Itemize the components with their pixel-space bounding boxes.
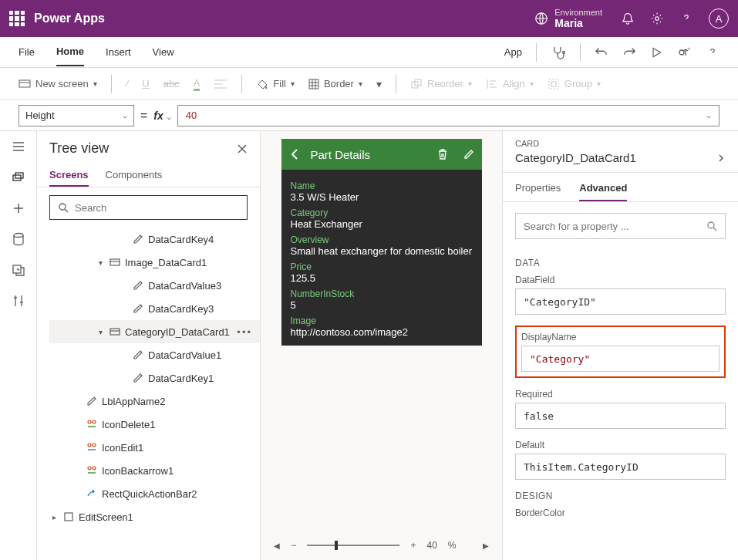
tree-node-IconEdit1[interactable]: IconEdit1 [49,436,260,459]
svg-point-23 [93,467,96,470]
phone-preview: Part Details Name3.5 W/S HeaterCategoryH… [281,139,482,346]
node-icon [133,234,143,245]
search-input[interactable] [75,202,239,214]
insert-icon[interactable] [11,201,26,216]
stethoscope-icon[interactable] [551,45,566,60]
chevron-down-icon[interactable]: ▾ [376,78,382,90]
node-label: DataCardValue3 [148,280,221,292]
menu-insert[interactable]: Insert [106,39,131,66]
card-label: CARD [515,139,726,148]
border-label: Border [324,78,354,89]
tab-components[interactable]: Components [106,164,163,187]
advanced-tools-icon[interactable] [11,293,26,309]
field-value: 5 [291,299,473,311]
app-header: Power Apps Environment Maria A [0,0,738,37]
chevron-right-icon[interactable] [716,153,726,163]
tree-node-Image_DataCard1[interactable]: ▾Image_DataCard1 [49,251,260,274]
datafield-input[interactable]: "CategoryID" [515,288,726,315]
data-icon[interactable] [11,231,26,247]
property-selector[interactable]: Height ⌵ [19,105,134,127]
scroll-left-icon[interactable]: ◀ [274,541,280,550]
formula-value: 40 [186,110,197,121]
tree-node-EditScreen1[interactable]: ▸EditScreen1 [49,505,260,528]
edit-icon[interactable] [463,149,474,160]
zoom-in-button[interactable]: + [410,540,416,551]
share-icon[interactable]: + [676,45,692,60]
node-label: DataCardKey1 [148,373,214,384]
menu-home[interactable]: Home [56,38,84,66]
zoom-slider[interactable] [307,545,399,546]
caret-icon: ▸ [49,513,59,521]
default-input[interactable]: ThisItem.CategoryID [515,454,726,480]
tree-node-IconBackarrow1[interactable]: IconBackarrow1 [49,459,260,482]
avatar[interactable]: A [709,8,729,29]
more-icon[interactable]: ••• [237,326,252,338]
svg-rect-6 [309,79,318,89]
menu-app[interactable]: App [504,39,522,66]
redo-icon[interactable] [622,46,636,59]
bordercolor-label: BorderColor [515,508,726,518]
border-button[interactable]: Border ▾ [308,78,362,89]
menu-view[interactable]: View [153,39,174,66]
tree-node-LblAppName2[interactable]: LblAppName2 [49,390,260,413]
fill-button[interactable]: Fill ▾ [256,78,295,90]
tree-node-IconDelete1[interactable]: IconDelete1 [49,413,260,436]
zoom-out-button[interactable]: − [291,540,296,551]
tree-node-DataCardValue3[interactable]: DataCardValue3 [49,274,260,297]
canvas-area: Part Details Name3.5 W/S HeaterCategoryH… [261,131,502,560]
fx-label[interactable]: fx ⌵ [153,110,170,122]
displayname-input[interactable]: "Category" [521,346,719,372]
section-design: DESIGN [515,491,726,501]
underline-button: U [142,78,149,89]
brand-title: Power Apps [34,12,534,25]
node-icon [86,419,97,430]
tree-node-DataCardKey3[interactable]: DataCardKey3 [49,297,260,320]
property-search-input[interactable] [524,221,706,232]
menu-file[interactable]: File [19,39,35,66]
play-icon[interactable] [650,46,662,59]
tree-node-DataCardKey1[interactable]: DataCardKey1 [49,366,260,390]
tree-node-DataCardValue1[interactable]: DataCardValue1 [49,343,260,366]
close-icon[interactable] [237,143,248,154]
svg-point-20 [88,444,91,447]
tree-search[interactable] [49,195,248,220]
property-search[interactable] [515,213,726,239]
field-label: NumberInStock [291,288,473,299]
tab-properties[interactable]: Properties [515,179,561,201]
svg-rect-5 [19,80,30,87]
svg-rect-24 [65,513,72,521]
node-label: IconEdit1 [102,442,143,454]
tree-node-CategoryID_DataCard1[interactable]: ▾CategoryID_DataCard1••• [49,320,260,343]
property-name: Height [25,110,55,121]
help-icon[interactable] [706,46,719,59]
media-icon[interactable] [11,262,26,278]
node-icon [63,511,74,522]
required-input[interactable]: false [515,403,726,429]
chevron-down-icon: ▾ [93,79,97,88]
waffle-icon[interactable] [9,11,25,26]
group-label: Group [564,78,592,89]
scroll-right-icon[interactable]: ▶ [483,541,489,550]
delete-icon[interactable] [437,148,448,160]
tab-advanced[interactable]: Advanced [579,179,627,201]
node-icon [110,326,120,337]
tree-node-DataCardKey4[interactable]: DataCardKey4 [49,228,260,251]
tab-screens[interactable]: Screens [49,164,89,187]
tree-node-RectQuickActionBar2[interactable]: RectQuickActionBar2 [49,482,260,505]
gear-icon[interactable] [650,12,664,25]
field-label: Image [291,315,473,326]
node-icon [86,442,97,453]
hamburger-icon[interactable] [11,139,26,154]
svg-rect-14 [13,265,21,273]
formula-input[interactable]: 40 ⌵ [177,105,719,127]
environment-picker[interactable]: Environment Maria [534,8,602,29]
undo-icon[interactable] [595,46,608,59]
node-icon [133,349,143,360]
bell-icon[interactable] [621,12,635,25]
new-screen-button[interactable]: New screen ▾ [19,78,97,89]
tree-view-icon[interactable] [11,170,26,185]
align-button: Align ▾ [486,78,534,90]
left-rail [0,131,37,560]
back-icon[interactable] [289,148,302,160]
help-icon[interactable] [679,12,693,25]
